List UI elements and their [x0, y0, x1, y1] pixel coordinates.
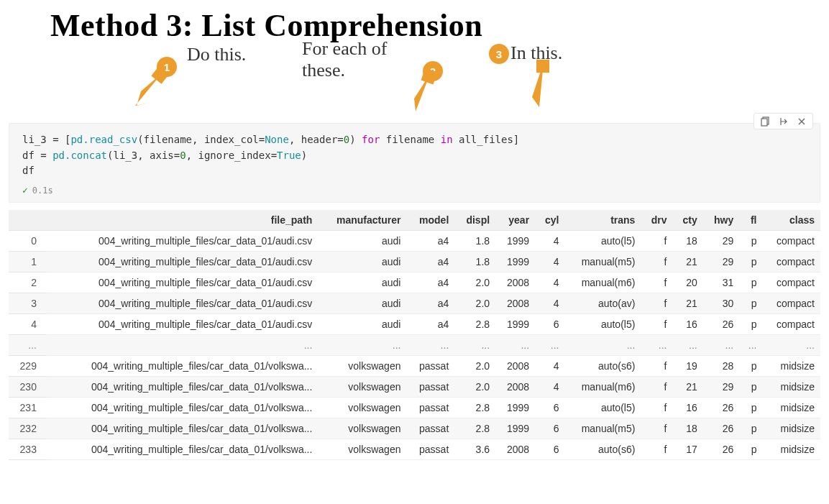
table-cell: manual(m5): [565, 252, 641, 272]
table-cell: 21: [672, 377, 702, 398]
execution-status: ✓0.1s: [22, 183, 807, 198]
table-cell: 29: [703, 377, 739, 398]
table-cell: volkswagen: [318, 439, 406, 460]
table-cell: 004_writing_multiple_files/car_data_01/v…: [47, 398, 318, 418]
table-cell: ...: [762, 335, 820, 356]
code-token: 0: [344, 134, 349, 145]
code-token: for: [362, 134, 380, 145]
table-cell: 2008: [495, 293, 535, 314]
table-cell: p: [739, 377, 762, 398]
table-cell: compact: [762, 252, 820, 272]
code-token: =: [337, 134, 343, 145]
table-cell: f: [641, 377, 672, 398]
table-cell: f: [641, 439, 672, 460]
table-cell: 26: [703, 418, 739, 439]
code-token: header: [301, 134, 338, 145]
table-cell: 21: [672, 252, 702, 272]
column-header: manufacturer: [318, 210, 406, 231]
row-index: 233: [9, 439, 47, 460]
table-cell: p: [739, 272, 762, 293]
table-cell: 4: [535, 272, 564, 293]
table-cell: auto(l5): [565, 398, 641, 418]
table-cell: 1999: [495, 314, 535, 335]
run-below-icon[interactable]: [778, 116, 789, 127]
table-cell: ...: [535, 335, 564, 356]
cell-toolbar: [754, 113, 813, 129]
table-cell: 21: [672, 293, 702, 314]
table-cell: 004_writing_multiple_files/car_data_01/a…: [47, 231, 318, 252]
table-cell: audi: [318, 231, 406, 252]
table-cell: volkswagen: [318, 418, 406, 439]
table-cell: 1999: [495, 252, 535, 272]
table-cell: auto(s6): [565, 439, 641, 460]
table-cell: a4: [406, 314, 454, 335]
table-cell: midsize: [762, 398, 820, 418]
table-cell: ...: [47, 335, 318, 356]
table-cell: 6: [535, 314, 564, 335]
table-cell: 16: [672, 398, 702, 418]
table-cell: a4: [406, 293, 454, 314]
table-cell: auto(s6): [565, 356, 641, 377]
code-token: ]: [513, 134, 519, 145]
table-cell: compact: [762, 231, 820, 252]
notebook-cell: li_3 = [pd.read_csv(filename, index_col=…: [9, 123, 820, 203]
table-cell: passat: [406, 418, 454, 439]
table-cell: compact: [762, 314, 820, 335]
svg-rect-4: [761, 119, 767, 126]
arrow-icon: [526, 60, 558, 119]
table-cell: passat: [406, 377, 454, 398]
column-header: hwy: [703, 210, 739, 231]
table-cell: 29: [703, 231, 739, 252]
table-cell: volkswagen: [318, 356, 406, 377]
table-cell: ...: [565, 335, 641, 356]
table-cell: 1.8: [454, 231, 495, 252]
column-header: model: [406, 210, 454, 231]
table-corner: [9, 210, 47, 231]
table-cell: f: [641, 231, 672, 252]
copy-icon[interactable]: [760, 116, 771, 127]
code-cell[interactable]: li_3 = [pd.read_csv(filename, index_col=…: [9, 123, 820, 203]
table-cell: manual(m6): [565, 272, 641, 293]
table-cell: 26: [703, 398, 739, 418]
table-cell: 19: [672, 356, 702, 377]
table-cell: f: [641, 293, 672, 314]
table-cell: auto(l5): [565, 231, 641, 252]
table-row: 231004_writing_multiple_files/car_data_0…: [9, 398, 820, 418]
table-cell: p: [739, 398, 762, 418]
table-cell: f: [641, 314, 672, 335]
table-cell: f: [641, 418, 672, 439]
row-index: 1: [9, 252, 47, 272]
table-cell: 2.0: [454, 272, 495, 293]
table-cell: 004_writing_multiple_files/car_data_01/v…: [47, 418, 318, 439]
code-token: 0: [180, 150, 186, 161]
table-cell: 30: [703, 293, 739, 314]
table-row: 232004_writing_multiple_files/car_data_0…: [9, 418, 820, 439]
code-token: filename: [144, 134, 192, 145]
table-cell: midsize: [762, 356, 820, 377]
table-cell: 4: [535, 293, 564, 314]
table-row: 229004_writing_multiple_files/car_data_0…: [9, 356, 820, 377]
table-cell: 2.0: [454, 356, 495, 377]
page-title: Method 3: List Comprehension: [0, 0, 829, 44]
code-token: axis: [150, 150, 174, 161]
table-row: 233004_writing_multiple_files/car_data_0…: [9, 439, 820, 460]
table-cell: 6: [535, 418, 564, 439]
column-header: cty: [672, 210, 702, 231]
close-icon[interactable]: [796, 116, 807, 127]
table-cell: passat: [406, 439, 454, 460]
table-cell: f: [641, 272, 672, 293]
table-cell: a4: [406, 272, 454, 293]
table-cell: p: [739, 439, 762, 460]
table-cell: p: [739, 418, 762, 439]
svg-rect-2: [536, 60, 549, 73]
row-index: ...: [9, 335, 47, 356]
table-cell: passat: [406, 356, 454, 377]
code-token: True: [277, 150, 301, 161]
code-token: ): [349, 134, 355, 145]
annotation-do-this: Do this.: [187, 44, 246, 65]
table-cell: 2.8: [454, 418, 495, 439]
table-row: 4004_writing_multiple_files/car_data_01/…: [9, 314, 820, 335]
table-cell: 4: [535, 252, 564, 272]
code-token: pd.read_csv: [70, 134, 137, 145]
code-token: ,: [192, 134, 204, 145]
